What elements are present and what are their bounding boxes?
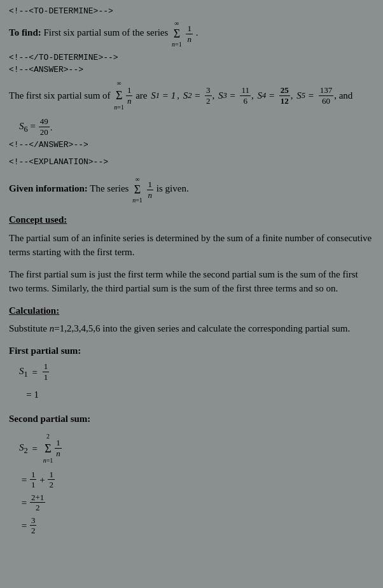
answer-intro-text: The first six partial sum of — [9, 86, 113, 105]
given-paragraph: Given information: The series ∞ Σ n=1 1 … — [9, 174, 374, 205]
s2-eq3-prefix: = — [19, 493, 29, 512]
s1-result-text: = 1 — [19, 385, 39, 404]
comment-explanation-open: <!--<EXPLANATION>--> — [9, 157, 374, 167]
s2-plus: + — [37, 470, 47, 489]
first-ps-label-text: First partial sum: — [9, 346, 81, 356]
s2-f3: 2+1 2 — [30, 493, 45, 513]
concept-text: The partial sum of an infinite series is… — [9, 233, 372, 258]
comma5: , — [334, 86, 339, 105]
s1-calc: S1 = 1 1 — [19, 361, 374, 382]
s2-eq4-prefix: = — [19, 516, 29, 535]
answer-line: The first six partial sum of ∞ Σ n=1 1 n… — [9, 77, 374, 114]
s5-fraction: 137 60 — [319, 85, 334, 106]
answer-are-text: are — [133, 86, 150, 105]
s6-label: S6 = — [19, 116, 38, 137]
concept-label: Concept used: — [9, 214, 67, 225]
comma1: , — [177, 86, 182, 105]
second-ps-label-text: Second partial sum: — [9, 414, 90, 424]
series-fraction: 1 n — [186, 24, 193, 44]
s1-result: = 1 — [19, 385, 374, 404]
s2-value: S2 = — [183, 86, 203, 105]
second-ps-label: Second partial sum: — [9, 412, 374, 426]
s4-fraction: 25 12 — [279, 85, 290, 106]
first-ps-label: First partial sum: — [9, 344, 374, 358]
partial-sum-text: The first partial sum is just the first … — [9, 269, 358, 294]
s2-eq2-prefix: = — [19, 470, 29, 489]
answer-fraction: 1 n — [126, 85, 133, 106]
answer-sigma: ∞ Σ n=1 — [114, 77, 124, 114]
calc-text: Substitute n=1,2,3,4,5,6 into the given … — [9, 323, 350, 333]
comment-to-determine-open: <!--<TO-DETERMINE>--> — [9, 6, 374, 16]
s1-calc-fraction: 1 1 — [43, 361, 50, 382]
given-text: The series — [90, 183, 131, 193]
calc-label-paragraph: Calculation: — [9, 304, 374, 318]
s4-value: S4 = — [257, 86, 277, 105]
concept-text-paragraph: The partial sum of an infinite series is… — [9, 231, 374, 260]
s1-eq1: = — [30, 363, 40, 382]
s1-sym: S1 — [19, 361, 28, 382]
partial-sum-explanation: The first partial sum is just the first … — [9, 267, 374, 296]
to-find-text: First six partial sum of the series — [43, 27, 171, 38]
calc-label: Calculation: — [9, 305, 59, 316]
comma2: , — [212, 86, 218, 105]
comma3: , — [251, 86, 256, 105]
s6-line: S6 = 49 20 . — [19, 116, 374, 137]
s6-fraction: 49 20 — [39, 116, 50, 137]
s3-value: S3 = — [218, 86, 238, 105]
s2-f4: 3 2 — [30, 515, 37, 536]
comma4: , — [291, 86, 296, 105]
given-fraction: 1 n — [147, 179, 154, 200]
s3-fraction: 11 6 — [240, 85, 251, 106]
concept-label-paragraph: Concept used: — [9, 213, 374, 227]
to-find-period: . — [196, 27, 198, 38]
s2-f2: 1 2 — [48, 470, 55, 490]
given-label: Given information: — [9, 183, 88, 193]
comment-to-determine-close: <!--</TO-DETERMINE>--> — [9, 53, 374, 62]
s5-value: S5 = — [296, 86, 316, 105]
s2-sigma: 2 Σ n=1 — [43, 430, 53, 467]
s6-period: . — [50, 118, 53, 137]
and-text: and — [339, 86, 353, 105]
s1-value: S1 = 1 — [151, 86, 176, 105]
main-content: <!--<TO-DETERMINE>--> To find: First six… — [9, 6, 374, 536]
given-end: is given. — [157, 183, 189, 193]
s2-sigma-fraction: 1 n — [55, 438, 62, 458]
to-find-paragraph: To find: First six partial sum of the se… — [9, 18, 374, 49]
given-sigma: ∞ Σ n=1 — [132, 174, 143, 205]
to-find-label: To find: — [9, 27, 41, 38]
s2-f1: 1 1 — [30, 470, 37, 490]
s2-fraction: 3 2 — [205, 85, 212, 106]
calc-text-paragraph: Substitute n=1,2,3,4,5,6 into the given … — [9, 321, 374, 336]
s2-sym: S2 — [19, 438, 28, 459]
s2-calc-line1: S2 = 2 Σ n=1 1 n — [19, 430, 374, 467]
s2-eq1: = — [30, 439, 40, 458]
s2-calc-line3: = 2+1 2 — [19, 493, 374, 513]
s2-calc-line2: = 1 1 + 1 2 — [19, 470, 374, 490]
comment-answer-close: <!--</ANSWER>--> — [9, 140, 374, 150]
s2-calc-line4: = 3 2 — [19, 515, 374, 536]
series-sigma: ∞ Σ n=1 — [172, 18, 182, 49]
comment-answer-open: <!--<ANSWER>--> — [9, 65, 374, 74]
